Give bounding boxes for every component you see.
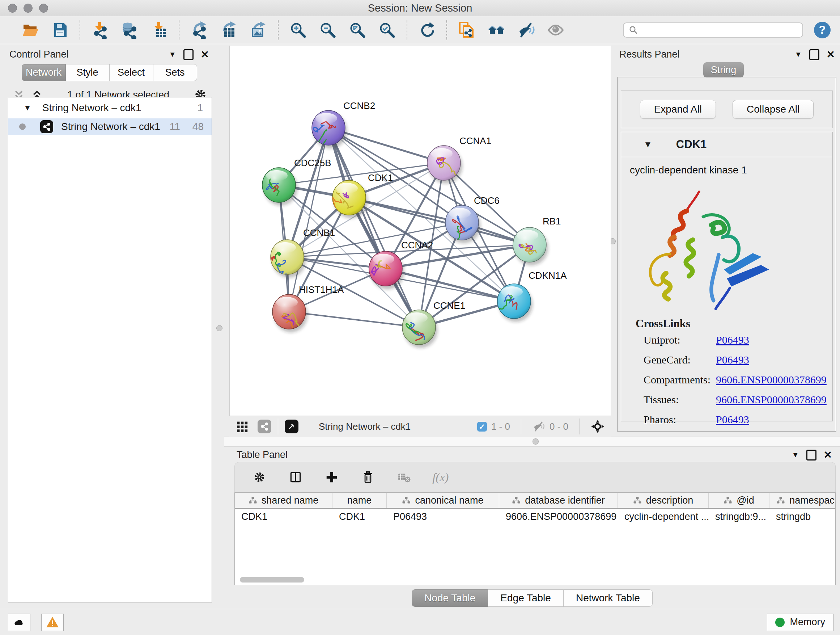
table-cell[interactable]: stringdb:9... xyxy=(709,511,769,523)
minimize-window-button[interactable] xyxy=(24,4,33,13)
delete-table-icon[interactable] xyxy=(395,468,414,486)
import-database-icon[interactable] xyxy=(120,21,139,40)
network-node-ccna2[interactable]: CCNA2 xyxy=(369,240,433,289)
grid-view-icon[interactable] xyxy=(235,419,249,434)
network-canvas[interactable]: CCNB2CCNA1CDC25BCDK1CDC6RB1CCNB1CCNA2CDK… xyxy=(229,46,611,416)
network-node-ccne1[interactable]: CCNE1 xyxy=(402,300,465,348)
network-node-ccnb1[interactable]: CCNB1 xyxy=(271,227,335,278)
float-panel-icon[interactable] xyxy=(806,450,816,461)
column-header--id[interactable]: @id xyxy=(709,493,769,508)
zoom-fit-icon[interactable] xyxy=(348,21,367,40)
tab-network[interactable]: Network xyxy=(22,64,66,81)
network-edge[interactable] xyxy=(289,312,419,327)
node-table[interactable]: shared namenamecanonical namedatabase id… xyxy=(234,492,836,585)
panel-menu-icon[interactable]: ▼ xyxy=(792,451,799,459)
help-button[interactable]: ? xyxy=(814,22,831,38)
tab-sets[interactable]: Sets xyxy=(153,64,197,81)
import-table-icon[interactable] xyxy=(150,21,169,40)
column-header-name[interactable]: name xyxy=(332,493,387,508)
network-node-hist1h1a[interactable]: HIST1H1A xyxy=(272,284,344,333)
tab-edge-table[interactable]: Edge Table xyxy=(488,589,564,607)
network-view-icon[interactable] xyxy=(257,420,271,433)
collapse-triangle-icon[interactable]: ▼ xyxy=(24,103,32,112)
splitter-grip[interactable] xyxy=(216,325,223,331)
splitter-grip[interactable] xyxy=(532,439,538,445)
close-panel-icon[interactable]: ✕ xyxy=(201,49,209,60)
hide-selected-icon[interactable] xyxy=(516,21,535,40)
expand-all-button[interactable]: Expand All xyxy=(640,100,716,119)
zoom-selected-icon[interactable] xyxy=(378,21,396,40)
show-all-icon[interactable] xyxy=(546,21,565,40)
detach-view-icon[interactable] xyxy=(285,420,298,433)
refresh-icon[interactable] xyxy=(417,21,436,40)
import-network-icon[interactable] xyxy=(90,21,109,40)
collapse-triangle-icon[interactable]: ▼ xyxy=(644,139,652,149)
close-panel-icon[interactable]: ✕ xyxy=(827,49,835,60)
selected-checkbox[interactable]: ✓ xyxy=(477,422,487,432)
column-header-shared-name[interactable]: shared name xyxy=(235,493,332,508)
zoom-out-icon[interactable] xyxy=(318,21,337,40)
network-node-cdc6[interactable]: CDC6 xyxy=(445,195,500,244)
column-header-database-identifier[interactable]: database identifier xyxy=(499,493,618,508)
network-node-ccna1[interactable]: CCNA1 xyxy=(427,135,491,184)
table-row[interactable]: CDK1CDK1P064939606.ENSP00000378699cyclin… xyxy=(235,509,835,524)
tab-style[interactable]: Style xyxy=(66,64,110,81)
gear-icon[interactable] xyxy=(250,468,269,486)
network-collection-row[interactable]: ▼ String Network – cdk1 1 xyxy=(8,97,212,119)
split-columns-icon[interactable] xyxy=(286,468,305,486)
table-cell[interactable]: cyclin-dependent ... xyxy=(618,511,709,523)
panel-menu-icon[interactable]: ▼ xyxy=(795,50,802,59)
open-file-icon[interactable] xyxy=(21,21,40,40)
tab-node-table[interactable]: Node Table xyxy=(412,589,488,607)
crosslink-link[interactable]: P06493 xyxy=(716,334,749,346)
delete-column-icon[interactable] xyxy=(358,468,377,486)
crosslink-link[interactable]: P06493 xyxy=(716,354,749,366)
table-cell[interactable]: P06493 xyxy=(387,511,499,523)
column-header-namespac[interactable]: namespac xyxy=(769,493,836,508)
network-node-rb1[interactable]: RB1 xyxy=(513,216,561,265)
save-session-icon[interactable] xyxy=(51,21,69,40)
column-header-description[interactable]: description xyxy=(618,493,709,508)
search-input[interactable] xyxy=(623,22,803,38)
maximize-window-button[interactable] xyxy=(39,4,48,13)
collapse-all-button[interactable]: Collapse All xyxy=(733,100,813,119)
fit-selection-icon[interactable] xyxy=(591,419,605,434)
network-row-selected[interactable]: String Network – cdk1 11 48 xyxy=(8,119,212,135)
bottom-splitter[interactable] xyxy=(224,437,840,447)
panel-menu-icon[interactable]: ▼ xyxy=(169,50,176,59)
float-panel-icon[interactable] xyxy=(183,49,194,60)
right-splitter[interactable] xyxy=(611,46,615,416)
function-icon[interactable]: f(x) xyxy=(431,468,450,486)
clone-network-icon[interactable] xyxy=(457,21,476,40)
network-edge[interactable] xyxy=(328,128,419,327)
memory-button[interactable]: Memory xyxy=(767,614,834,631)
network-edge[interactable] xyxy=(349,198,530,245)
hidden-eye-icon[interactable] xyxy=(532,420,545,433)
crosslink-link[interactable]: P06493 xyxy=(716,413,749,426)
float-panel-icon[interactable] xyxy=(809,49,819,60)
crosslink-link[interactable]: 9606.ENSP00000378699 xyxy=(716,394,827,406)
zoom-in-icon[interactable] xyxy=(289,21,308,40)
horizontal-scrollbar[interactable] xyxy=(240,577,304,583)
network-node-cdkn1a[interactable]: CDKN1A xyxy=(497,270,567,322)
add-column-icon[interactable] xyxy=(322,468,341,486)
tab-string[interactable]: String xyxy=(703,62,744,78)
table-cell[interactable]: 9606.ENSP00000378699 xyxy=(499,511,618,523)
first-neighbors-icon[interactable] xyxy=(487,21,506,40)
export-table-icon[interactable] xyxy=(219,21,238,40)
table-cell[interactable]: CDK1 xyxy=(235,511,332,523)
table-cell[interactable]: stringdb xyxy=(769,511,836,523)
cloud-status-button[interactable] xyxy=(8,614,30,631)
export-image-icon[interactable] xyxy=(249,21,268,40)
network-node-ccnb2[interactable]: CCNB2 xyxy=(312,100,375,149)
tab-select[interactable]: Select xyxy=(110,64,153,81)
export-network-icon[interactable] xyxy=(189,21,208,40)
close-window-button[interactable] xyxy=(8,4,17,13)
warnings-button[interactable] xyxy=(41,614,64,631)
tab-network-table[interactable]: Network Table xyxy=(564,589,653,607)
node-card-header[interactable]: ▼ CDK1 xyxy=(621,132,832,157)
crosslink-link[interactable]: 9606.ENSP00000378699 xyxy=(716,374,827,386)
network-node-cdk1[interactable]: CDK1 xyxy=(332,172,393,218)
table-cell[interactable]: CDK1 xyxy=(332,511,387,523)
close-panel-icon[interactable]: ✕ xyxy=(824,449,832,461)
